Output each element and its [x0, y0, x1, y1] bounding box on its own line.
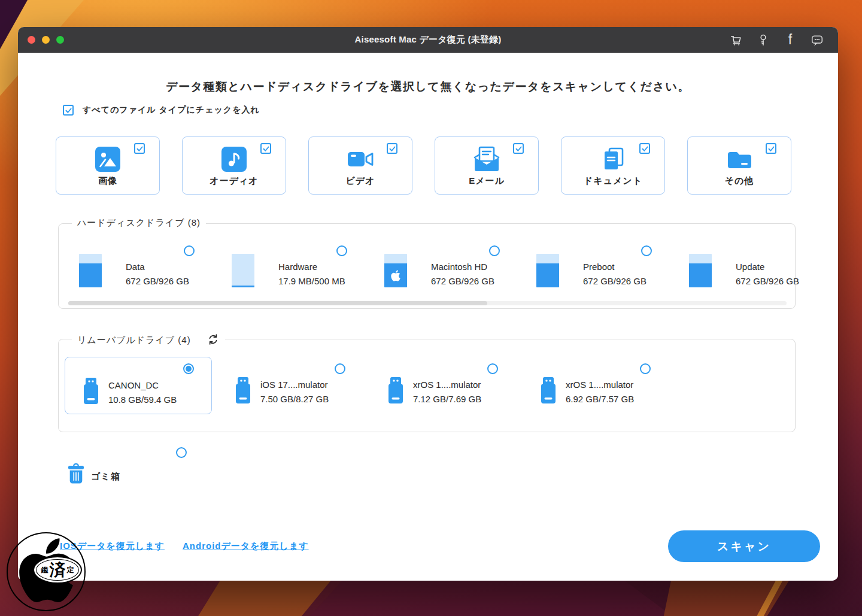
filetype-card-email[interactable]: Eメール	[435, 136, 539, 195]
removable-drive-xros-simulator-2[interactable]: xrOS 1....mulator 6.92 GB/7.57 GB	[538, 339, 691, 432]
key-icon[interactable]	[757, 34, 770, 47]
select-all-label: すべてのファイル タイプにチェックを入れ	[83, 105, 260, 116]
removable-drive-ios-simulator[interactable]: iOS 17....mulator 7.50 GB/8.27 GB	[233, 339, 386, 432]
radio-hardware[interactable]	[336, 245, 347, 256]
fullscreen-button[interactable]	[56, 36, 64, 44]
window-title: Aiseesoft Mac データ復元 (未登録)	[18, 34, 838, 45]
filetype-label: ビデオ	[309, 175, 412, 187]
drive-capacity: 10.8 GB/59.4 GB	[108, 395, 177, 405]
drive-item-preboot[interactable]: Preboot 672 GB/926 GB	[536, 224, 689, 308]
scan-button[interactable]: スキャン	[668, 530, 820, 562]
apple-logo-icon	[391, 269, 401, 282]
checkbox-checked-icon[interactable]	[639, 143, 650, 154]
radio-trash[interactable]	[176, 447, 187, 458]
drive-item-update[interactable]: Update 672 GB/926 GB	[689, 224, 838, 308]
radio-xros-simulator-2[interactable]	[640, 363, 651, 374]
drive-name: Update	[736, 262, 764, 272]
filetype-label: Eメール	[435, 175, 538, 187]
radio-data[interactable]	[184, 245, 195, 256]
filetype-card-other[interactable]: その他	[687, 136, 791, 195]
drive-usage-fill	[79, 263, 102, 287]
filetype-card-video[interactable]: ビデオ	[308, 136, 412, 195]
facebook-icon[interactable]: f	[784, 34, 797, 47]
drive-usage-bar	[79, 254, 102, 287]
filetype-card-document[interactable]: ドキュメント	[561, 136, 665, 195]
hard-disk-section: ハードディスクドライブ (8) Data 672 GB/926 GB Hardw…	[58, 223, 796, 309]
radio-macintosh-hd[interactable]	[489, 245, 500, 256]
drive-usage-fill	[536, 263, 559, 287]
drive-capacity: 672 GB/926 GB	[736, 276, 799, 286]
drive-capacity: 672 GB/926 GB	[126, 276, 189, 286]
feedback-icon[interactable]	[811, 34, 824, 47]
image-icon	[94, 145, 122, 173]
radio-ios-simulator[interactable]	[335, 363, 345, 374]
radio-canon-dc-selected[interactable]	[183, 363, 194, 374]
drive-capacity: 672 GB/926 GB	[431, 276, 494, 286]
checkbox-checked-icon[interactable]	[134, 143, 145, 154]
usb-drive-icon	[81, 377, 101, 405]
checkbox-checked-icon[interactable]	[260, 143, 271, 154]
radio-xros-simulator-1[interactable]	[487, 363, 498, 374]
drive-capacity: 672 GB/926 GB	[583, 276, 646, 286]
checkbox-checked-icon[interactable]	[63, 105, 74, 116]
filetype-card-audio[interactable]: オーディオ	[182, 136, 286, 195]
usb-drive-icon	[386, 377, 406, 404]
usb-drive-icon	[538, 377, 559, 404]
drive-name: xrOS 1....mulator	[566, 380, 633, 390]
drive-usage-fill	[689, 263, 712, 287]
checkbox-checked-icon[interactable]	[387, 143, 397, 154]
email-icon	[473, 145, 500, 173]
recover-ios-data-link[interactable]: IOSデータを復元します	[60, 541, 165, 552]
drive-name: Hardware	[278, 262, 317, 272]
drive-usage-bar	[689, 254, 712, 287]
removable-drive-section: リムーバブルドライブ (4) CANON_DC 10.8 GB/59.4 GB	[58, 339, 796, 432]
document-icon	[599, 145, 627, 173]
drive-capacity: 17.9 MB/500 MB	[278, 276, 345, 286]
drive-name: Data	[126, 262, 145, 272]
filetype-label: その他	[688, 175, 791, 187]
filetype-cards: 画像 オーディオ ビデオ	[56, 136, 791, 195]
trash-label: ゴミ箱	[91, 471, 120, 483]
drive-usage-bar	[384, 254, 407, 287]
checkbox-checked-icon[interactable]	[766, 143, 776, 154]
titlebar-actions: f	[730, 27, 824, 53]
minimize-button[interactable]	[42, 36, 50, 44]
drive-item-hardware[interactable]: Hardware 17.9 MB/500 MB	[232, 224, 384, 308]
horizontal-scrollbar[interactable]	[68, 301, 787, 305]
filetype-label: ドキュメント	[561, 175, 664, 187]
drive-usage-fill	[232, 286, 254, 287]
video-icon	[347, 145, 374, 173]
folder-icon	[726, 145, 753, 173]
filetype-label: 画像	[56, 175, 159, 187]
drive-item-macintosh-hd[interactable]: Macintosh HD 672 GB/926 GB	[384, 224, 537, 308]
usb-drive-icon	[233, 377, 253, 404]
traffic-lights	[28, 27, 64, 53]
drive-name: iOS 17....mulator	[260, 380, 328, 390]
drive-usage-bar	[536, 254, 559, 287]
select-all-filetypes-checkbox[interactable]: すべてのファイル タイプにチェックを入れ	[63, 105, 260, 116]
filetype-card-image[interactable]: 画像	[56, 136, 160, 195]
removable-section-title: リムーバブルドライブ (4)	[72, 333, 225, 348]
app-window: Aiseesoft Mac データ復元 (未登録) f	[18, 27, 838, 581]
drive-name: CANON_DC	[108, 380, 159, 390]
drive-capacity: 7.50 GB/8.27 GB	[260, 394, 329, 404]
page-title: データ種類とハードディスクドライブを選択して無くなったデータをスキャンしてくださ…	[18, 79, 838, 95]
trash-item[interactable]: ゴミ箱	[67, 436, 223, 496]
recover-android-data-link[interactable]: Androidデータを復元します	[183, 541, 309, 552]
drive-name: Macintosh HD	[431, 262, 487, 272]
radio-preboot[interactable]	[641, 245, 652, 256]
close-button[interactable]	[28, 36, 35, 44]
removable-drive-xros-simulator-1[interactable]: xrOS 1....mulator 7.12 GB/7.69 GB	[386, 339, 538, 432]
drive-capacity: 6.92 GB/7.57 GB	[566, 394, 634, 404]
refresh-icon[interactable]	[207, 333, 220, 348]
checkbox-checked-icon[interactable]	[513, 143, 524, 154]
drive-item-data[interactable]: Data 672 GB/926 GB	[79, 224, 232, 308]
filetype-label: オーディオ	[183, 175, 286, 187]
drive-capacity: 7.12 GB/7.69 GB	[413, 394, 481, 404]
scrollbar-thumb[interactable]	[68, 301, 487, 305]
cart-icon[interactable]	[730, 34, 743, 47]
removable-drive-canon-dc[interactable]: CANON_DC 10.8 GB/59.4 GB	[65, 357, 212, 414]
drive-name: xrOS 1....mulator	[413, 380, 481, 390]
audio-icon	[220, 145, 248, 173]
trash-icon	[67, 463, 85, 484]
